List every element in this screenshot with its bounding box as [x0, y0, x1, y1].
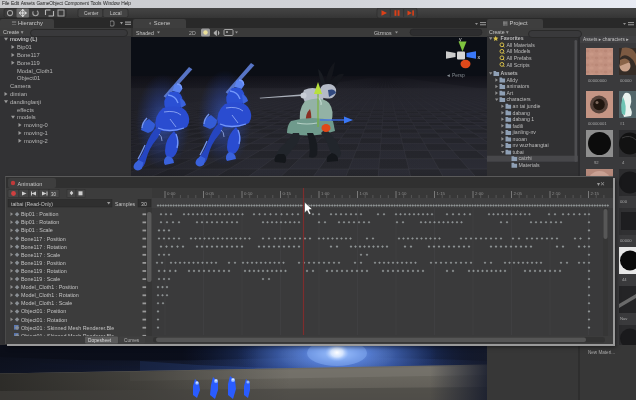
svg-text:Assets ▸ characters ▸: Assets ▸ characters ▸: [583, 37, 629, 42]
svg-text:dabang: dabang: [513, 110, 530, 116]
svg-text:0:05: 0:05: [206, 191, 215, 196]
svg-text:Object01 : Skinned Mesh Render: Object01 : Skinned Mesh Renderer.Ble: [21, 325, 114, 331]
svg-text:Animation: Animation: [18, 181, 43, 187]
svg-text:00000001: 00000001: [588, 121, 607, 126]
svg-text:Bone117 : Scale: Bone117 : Scale: [21, 252, 60, 258]
svg-text:Bone117: Bone117: [17, 52, 40, 58]
svg-text:an tai jundie: an tai jundie: [513, 103, 541, 109]
svg-text:Model_Cloth1 : Rotation: Model_Cloth1 : Rotation: [21, 292, 79, 298]
svg-text:0:10: 0:10: [244, 191, 253, 196]
svg-text:2:00: 2:00: [475, 191, 484, 196]
svg-text:Object01 : Rotation: Object01 : Rotation: [21, 317, 67, 323]
svg-text:Camera: Camera: [10, 83, 31, 89]
svg-text:caizhi: caizhi: [519, 155, 532, 161]
svg-text:Bone117 : Rotation: Bone117 : Rotation: [21, 244, 67, 250]
svg-text:fadili: fadili: [513, 123, 524, 129]
svg-text:animators: animators: [507, 83, 530, 89]
svg-text:dabang 1: dabang 1: [513, 116, 535, 122]
svg-text:characters: characters: [507, 96, 532, 102]
svg-text:models: models: [17, 114, 36, 120]
svg-text:00000: 00000: [620, 78, 632, 83]
svg-text:2D: 2D: [189, 30, 196, 36]
svg-text:tubai: tubai: [513, 149, 524, 155]
svg-text:Bip01: Bip01: [17, 44, 32, 50]
svg-text:Bip01 : Scale: Bip01 : Scale: [21, 227, 53, 233]
svg-text:#1: #1: [620, 121, 625, 126]
svg-text:moving-2: moving-2: [24, 138, 48, 144]
svg-text:All Scripts: All Scripts: [507, 62, 530, 68]
svg-text:30: 30: [141, 201, 147, 207]
svg-text:30: 30: [51, 192, 57, 197]
svg-text:New Materi...: New Materi...: [588, 350, 615, 355]
svg-text:00000: 00000: [620, 238, 632, 243]
svg-text:All Models: All Models: [507, 48, 531, 54]
svg-text:▾✕: ▾✕: [597, 181, 605, 187]
svg-text:Curves: Curves: [124, 338, 140, 343]
svg-text:taibai (Read-Only): taibai (Read-Only): [11, 201, 53, 207]
svg-text:jianling-nv: jianling-nv: [512, 129, 537, 135]
svg-text:Shaded: Shaded: [136, 30, 154, 36]
svg-text:Local: Local: [110, 11, 121, 16]
svg-text:effects: effects: [17, 107, 34, 113]
svg-text:◄ Persp: ◄ Persp: [446, 73, 465, 78]
svg-text:Dopesheet: Dopesheet: [88, 338, 112, 343]
svg-text:0:15: 0:15: [283, 191, 292, 196]
svg-text:1:10: 1:10: [398, 191, 407, 196]
svg-text:Assets: Assets: [501, 70, 518, 76]
svg-text:Model_Cloth1 : Position: Model_Cloth1 : Position: [21, 284, 78, 290]
svg-text:Object01: Object01: [17, 75, 40, 81]
svg-text:Center: Center: [84, 11, 99, 16]
svg-text:00000000: 00000000: [588, 78, 607, 83]
svg-text:moving-1: moving-1: [24, 130, 48, 136]
svg-text:Gizmos: Gizmos: [374, 30, 392, 36]
svg-text:dandinglanji: dandinglanji: [10, 99, 41, 105]
svg-text:1:00: 1:00: [321, 191, 330, 196]
svg-text:Art: Art: [507, 90, 514, 96]
svg-text:nv wuzhuangtai: nv wuzhuangtai: [513, 142, 549, 148]
svg-text:Bone119: Bone119: [17, 60, 40, 66]
svg-text:Bip01 : Position: Bip01 : Position: [21, 211, 58, 217]
svg-text:44: 44: [622, 277, 627, 282]
svg-text:92: 92: [594, 160, 599, 165]
svg-text:All Prefabs: All Prefabs: [507, 55, 532, 61]
svg-text:2:10: 2:10: [552, 191, 561, 196]
svg-text:Samples: Samples: [115, 201, 136, 207]
svg-text:Bone119 : Rotation: Bone119 : Rotation: [21, 268, 67, 274]
svg-text:nuoan: nuoan: [513, 136, 528, 142]
svg-text:Model_Cloth1 : Scale: Model_Cloth1 : Scale: [21, 300, 72, 306]
svg-text:Bip01 : Rotation: Bip01 : Rotation: [21, 219, 59, 225]
svg-text:moving (L): moving (L): [10, 36, 37, 42]
svg-text:2:05: 2:05: [514, 191, 523, 196]
svg-text:Object01 : Position: Object01 : Position: [21, 308, 66, 314]
svg-text:Nav: Nav: [620, 316, 628, 321]
svg-text:Alldy: Alldy: [507, 77, 519, 83]
svg-text:1:15: 1:15: [437, 191, 446, 196]
svg-text:000: 000: [620, 199, 628, 204]
svg-text:moving-0: moving-0: [24, 122, 48, 128]
svg-text:Modal_Cloth1: Modal_Cloth1: [17, 68, 53, 74]
svg-text:y: y: [459, 37, 462, 42]
svg-text:Bone119 : Position: Bone119 : Position: [21, 260, 66, 266]
svg-text:Bone119 : Scale: Bone119 : Scale: [21, 276, 60, 282]
svg-text:Materials: Materials: [519, 162, 540, 168]
svg-text:All Materials: All Materials: [507, 42, 536, 48]
svg-text:2:15: 2:15: [591, 191, 600, 196]
svg-text:x: x: [478, 54, 481, 60]
svg-text:Bone117 : Position: Bone117 : Position: [21, 236, 66, 242]
svg-text:1:05: 1:05: [360, 191, 369, 196]
svg-text:Favorites: Favorites: [501, 36, 524, 41]
svg-text:dimian: dimian: [10, 91, 27, 97]
svg-text:0:00: 0:00: [167, 191, 176, 196]
